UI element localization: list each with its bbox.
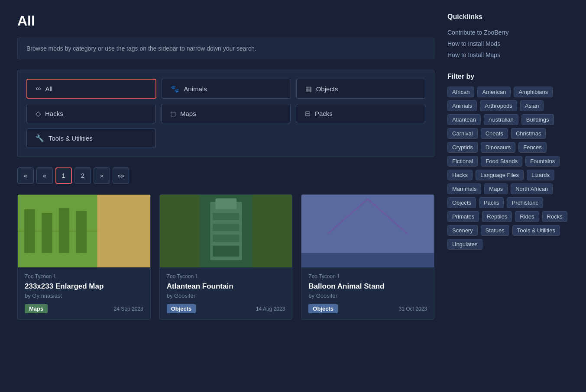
filter-tag-32[interactable]: Statues: [481, 225, 509, 236]
category-objects[interactable]: ▦ Objects: [296, 79, 425, 99]
category-animals[interactable]: 🐾 Animals: [162, 79, 291, 99]
filter-tag-17[interactable]: Fountains: [525, 156, 560, 167]
first-page-button[interactable]: «: [17, 167, 34, 184]
card-title-2: Balloon Animal Stand: [308, 282, 427, 291]
filter-tag-27[interactable]: Primates: [447, 211, 479, 222]
filter-tag-7[interactable]: Australian: [484, 114, 518, 125]
filter-tag-34[interactable]: Ungulates: [447, 239, 482, 250]
filter-tag-25[interactable]: Packs: [479, 197, 504, 208]
category-all[interactable]: ∞ All: [26, 79, 156, 99]
objects-icon: ▦: [305, 85, 312, 93]
card-body-1: Zoo Tycoon 1 Atlantean Fountain by Goosi…: [160, 267, 292, 319]
card-body-2: Zoo Tycoon 1 Balloon Animal Stand by Goo…: [301, 267, 434, 319]
card-game-2: Zoo Tycoon 1: [308, 273, 427, 280]
filter-tag-31[interactable]: Scenery: [447, 225, 478, 236]
category-tools[interactable]: 🔧 Tools & Utilities: [26, 129, 156, 148]
card-footer-0: Maps 24 Sep 2023: [25, 304, 143, 313]
prev-page-button[interactable]: «: [36, 167, 53, 184]
card-image-0: [18, 195, 150, 267]
quicklink-contribute[interactable]: Contribute to ZooBerry: [447, 27, 569, 38]
filter-tag-8[interactable]: Buildings: [521, 114, 554, 125]
filter-tag-4[interactable]: Arthropods: [480, 100, 517, 111]
page-2-button[interactable]: 2: [74, 167, 91, 184]
card-game-0: Zoo Tycoon 1: [25, 273, 143, 280]
main-content: All Browse mods by category or use the t…: [17, 13, 434, 320]
card-author-2: by Goosifer: [308, 292, 427, 299]
pagination: « « 1 2 » »»: [17, 167, 434, 184]
filter-tag-26[interactable]: Prehistoric: [507, 197, 543, 208]
browse-notice: Browse mods by category or use the tags …: [17, 38, 434, 59]
filter-tag-13[interactable]: Dinosaurs: [481, 142, 516, 153]
svg-rect-1: [97, 195, 150, 267]
filter-tag-9[interactable]: Carnival: [447, 128, 478, 139]
page-title: All: [17, 13, 434, 29]
sidebar: Quicklinks Contribute to ZooBerry How to…: [447, 13, 569, 320]
next-page-button[interactable]: »: [94, 167, 110, 184]
filter-tag-1[interactable]: American: [477, 87, 511, 97]
category-row-1: ∞ All 🐾 Animals ▦ Objects: [26, 79, 425, 99]
card-tag-1[interactable]: Objects: [167, 304, 196, 313]
card-game-1: Zoo Tycoon 1: [167, 273, 285, 280]
filter-tag-15[interactable]: Fictional: [447, 156, 478, 167]
filter-tag-19[interactable]: Language Files: [476, 170, 524, 180]
filter-tag-18[interactable]: Hacks: [447, 170, 473, 180]
card-author-0: by Gymnasiast: [25, 292, 143, 299]
filter-tag-11[interactable]: Christmas: [511, 128, 546, 139]
last-page-button[interactable]: »»: [113, 167, 129, 184]
filter-tag-16[interactable]: Food Stands: [481, 156, 522, 167]
category-grid: ∞ All 🐾 Animals ▦ Objects ◇ Hacks: [17, 70, 434, 157]
filter-tag-12[interactable]: Cryptids: [447, 142, 478, 153]
svg-rect-5: [59, 208, 69, 253]
card-date-2: 31 Oct 2023: [399, 306, 427, 312]
filter-tag-6[interactable]: Atlantean: [447, 114, 481, 125]
quicklink-install-maps[interactable]: How to Install Maps: [447, 49, 569, 61]
filter-tag-23[interactable]: North African: [511, 183, 553, 194]
filter-tag-5[interactable]: Asian: [520, 100, 544, 111]
quicklinks-title: Quicklinks: [447, 13, 569, 21]
category-row-3: 🔧 Tools & Utilities: [26, 129, 425, 148]
svg-rect-13: [213, 235, 239, 242]
filter-tag-28[interactable]: Reptiles: [482, 211, 512, 222]
category-maps[interactable]: ◻ Maps: [161, 104, 291, 123]
card-tag-0[interactable]: Maps: [25, 304, 48, 313]
svg-rect-14: [213, 246, 239, 257]
quicklinks-section: Quicklinks Contribute to ZooBerry How to…: [447, 13, 569, 61]
filter-tags: AfricanAmericanAmphibiansAnimalsArthropo…: [447, 87, 569, 250]
card-1[interactable]: Zoo Tycoon 1 Atlantean Fountain by Goosi…: [159, 194, 293, 320]
card-tag-2[interactable]: Objects: [308, 304, 338, 313]
category-hacks[interactable]: ◇ Hacks: [26, 104, 156, 123]
card-title-1: Atlantean Fountain: [167, 282, 285, 291]
category-row-2: ◇ Hacks ◻ Maps ⊟ Packs: [26, 104, 425, 123]
filter-tag-20[interactable]: Lizards: [527, 170, 554, 180]
filter-tag-30[interactable]: Rocks: [542, 211, 567, 222]
hacks-icon: ◇: [36, 109, 41, 118]
svg-rect-6: [76, 211, 86, 253]
svg-rect-4: [42, 213, 52, 253]
page-1-button[interactable]: 1: [55, 167, 72, 184]
packs-icon: ⊟: [305, 109, 311, 118]
cards-grid: Zoo Tycoon 1 233x233 Enlarged Map by Gym…: [17, 194, 434, 320]
card-body-0: Zoo Tycoon 1 233x233 Enlarged Map by Gym…: [18, 267, 150, 319]
category-packs[interactable]: ⊟ Packs: [296, 104, 425, 123]
filter-tag-21[interactable]: Mammals: [447, 183, 481, 194]
card-image-1: [160, 195, 292, 267]
filter-title: Filter by: [447, 73, 569, 80]
svg-rect-12: [213, 224, 239, 231]
filter-tag-24[interactable]: Objects: [447, 197, 476, 208]
filter-tag-14[interactable]: Fences: [518, 142, 547, 153]
filter-tag-29[interactable]: Rides: [515, 211, 539, 222]
maps-icon: ◻: [170, 109, 176, 118]
card-0[interactable]: Zoo Tycoon 1 233x233 Enlarged Map by Gym…: [17, 194, 151, 320]
filter-tag-2[interactable]: Amphibians: [514, 87, 553, 97]
card-2[interactable]: Zoo Tycoon 1 Balloon Animal Stand by Goo…: [301, 194, 434, 320]
filter-tag-33[interactable]: Tools & Utilities: [512, 225, 560, 236]
quicklink-install-mods[interactable]: How to Install Mods: [447, 38, 569, 49]
filter-tag-0[interactable]: African: [447, 87, 474, 97]
card-image-2: [301, 195, 434, 267]
card-author-1: by Goosifer: [167, 292, 285, 299]
animals-icon: 🐾: [171, 85, 179, 93]
card-date-0: 24 Sep 2023: [114, 306, 143, 312]
filter-tag-22[interactable]: Maps: [484, 183, 508, 194]
filter-tag-10[interactable]: Cheats: [481, 128, 508, 139]
filter-tag-3[interactable]: Animals: [447, 100, 477, 111]
